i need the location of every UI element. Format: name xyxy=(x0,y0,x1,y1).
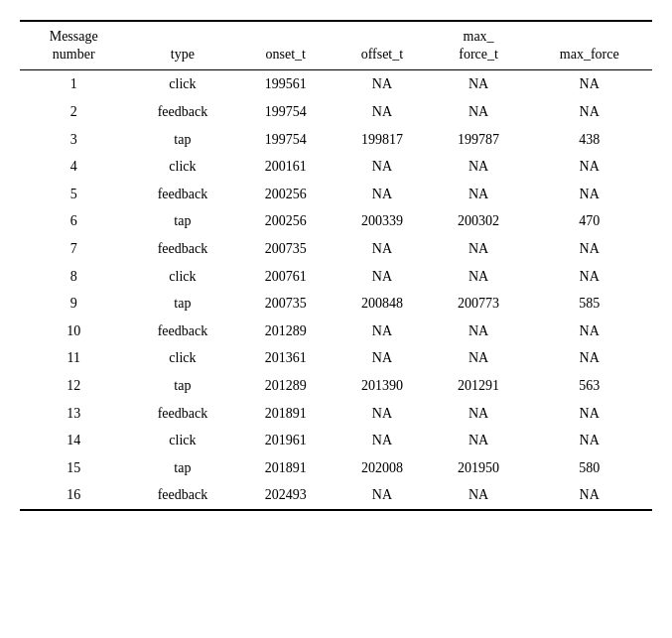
cell-type: feedback xyxy=(127,98,237,126)
cell-type: click xyxy=(127,427,237,454)
cell-onset-t: 200735 xyxy=(237,235,334,263)
cell-offset-t: 202008 xyxy=(334,454,431,482)
col-header-max-force: max_force xyxy=(526,21,652,70)
cell-offset-t: NA xyxy=(334,344,431,372)
cell-onset-t: 200256 xyxy=(237,181,334,208)
cell-max-force-t: NA xyxy=(431,98,527,126)
cell-type: click xyxy=(127,153,237,181)
cell-max-force: NA xyxy=(526,481,652,510)
cell-type: feedback xyxy=(127,235,237,263)
cell-onset-t: 201891 xyxy=(237,454,334,482)
cell-max-force-t: NA xyxy=(431,318,527,345)
table-container: Message number type onset_t offset_t max… xyxy=(20,20,652,511)
cell-max-force: 470 xyxy=(526,207,652,235)
table-row: 15tap201891202008201950580 xyxy=(20,454,652,482)
cell-onset-t: 201961 xyxy=(237,427,334,454)
cell-max-force-t: NA xyxy=(431,263,527,291)
table-row: 14click201961NANANA xyxy=(20,427,652,454)
table-row: 10feedback201289NANANA xyxy=(20,318,652,345)
cell-onset-t: 199754 xyxy=(237,126,334,154)
cell-max-force: NA xyxy=(526,153,652,181)
cell-offset-t: NA xyxy=(334,181,431,208)
cell-type: tap xyxy=(127,290,237,318)
cell-msg-number: 10 xyxy=(20,318,127,345)
cell-type: tap xyxy=(127,372,237,400)
cell-msg-number: 7 xyxy=(20,235,127,263)
table-row: 2feedback199754NANANA xyxy=(20,98,652,126)
cell-type: click xyxy=(127,263,237,291)
cell-max-force-t: NA xyxy=(431,481,527,510)
cell-max-force: NA xyxy=(526,318,652,345)
cell-offset-t: 200339 xyxy=(334,207,431,235)
cell-offset-t: NA xyxy=(334,427,431,454)
cell-max-force-t: 200302 xyxy=(431,207,527,235)
cell-type: feedback xyxy=(127,481,237,510)
cell-offset-t: 199817 xyxy=(334,126,431,154)
cell-offset-t: 201390 xyxy=(334,372,431,400)
cell-msg-number: 12 xyxy=(20,372,127,400)
cell-offset-t: NA xyxy=(334,70,431,98)
cell-max-force-t: NA xyxy=(431,400,527,428)
table-header-row: Message number type onset_t offset_t max… xyxy=(20,21,652,70)
cell-offset-t: NA xyxy=(334,263,431,291)
cell-onset-t: 201361 xyxy=(237,344,334,372)
cell-offset-t: NA xyxy=(334,153,431,181)
cell-max-force: 585 xyxy=(526,290,652,318)
cell-max-force: 563 xyxy=(526,372,652,400)
cell-onset-t: 202493 xyxy=(237,481,334,510)
cell-msg-number: 8 xyxy=(20,263,127,291)
cell-msg-number: 6 xyxy=(20,207,127,235)
cell-max-force-t: 201291 xyxy=(431,372,527,400)
cell-max-force-t: 200773 xyxy=(431,290,527,318)
table-row: 13feedback201891NANANA xyxy=(20,400,652,428)
cell-max-force-t: NA xyxy=(431,427,527,454)
cell-msg-number: 9 xyxy=(20,290,127,318)
cell-onset-t: 199754 xyxy=(237,98,334,126)
cell-max-force: NA xyxy=(526,70,652,98)
cell-type: feedback xyxy=(127,181,237,208)
cell-max-force-t: NA xyxy=(431,70,527,98)
cell-offset-t: NA xyxy=(334,235,431,263)
cell-max-force-t: 199787 xyxy=(431,126,527,154)
cell-onset-t: 201289 xyxy=(237,318,334,345)
cell-onset-t: 201891 xyxy=(237,400,334,428)
col-header-max-force-t: max_ force_t xyxy=(431,21,527,70)
cell-msg-number: 3 xyxy=(20,126,127,154)
cell-max-force: NA xyxy=(526,344,652,372)
table-row: 1click199561NANANA xyxy=(20,70,652,98)
cell-max-force-t: 201950 xyxy=(431,454,527,482)
table-row: 5feedback200256NANANA xyxy=(20,181,652,208)
cell-type: tap xyxy=(127,454,237,482)
table-row: 8click200761NANANA xyxy=(20,263,652,291)
cell-max-force: 438 xyxy=(526,126,652,154)
cell-msg-number: 5 xyxy=(20,181,127,208)
cell-msg-number: 11 xyxy=(20,344,127,372)
cell-max-force: NA xyxy=(526,181,652,208)
table-row: 4click200161NANANA xyxy=(20,153,652,181)
cell-max-force: NA xyxy=(526,427,652,454)
cell-type: click xyxy=(127,70,237,98)
cell-offset-t: 200848 xyxy=(334,290,431,318)
cell-max-force: NA xyxy=(526,98,652,126)
cell-max-force-t: NA xyxy=(431,344,527,372)
cell-msg-number: 2 xyxy=(20,98,127,126)
cell-onset-t: 200761 xyxy=(237,263,334,291)
cell-onset-t: 199561 xyxy=(237,70,334,98)
cell-type: feedback xyxy=(127,318,237,345)
cell-onset-t: 201289 xyxy=(237,372,334,400)
cell-msg-number: 13 xyxy=(20,400,127,428)
cell-offset-t: NA xyxy=(334,400,431,428)
cell-msg-number: 16 xyxy=(20,481,127,510)
cell-onset-t: 200735 xyxy=(237,290,334,318)
col-header-offset-t: offset_t xyxy=(334,21,431,70)
cell-offset-t: NA xyxy=(334,318,431,345)
cell-type: feedback xyxy=(127,400,237,428)
table-row: 16feedback202493NANANA xyxy=(20,481,652,510)
cell-type: tap xyxy=(127,207,237,235)
table-row: 7feedback200735NANANA xyxy=(20,235,652,263)
cell-onset-t: 200256 xyxy=(237,207,334,235)
table-row: 11click201361NANANA xyxy=(20,344,652,372)
cell-max-force-t: NA xyxy=(431,153,527,181)
table-row: 12tap201289201390201291563 xyxy=(20,372,652,400)
cell-max-force: 580 xyxy=(526,454,652,482)
